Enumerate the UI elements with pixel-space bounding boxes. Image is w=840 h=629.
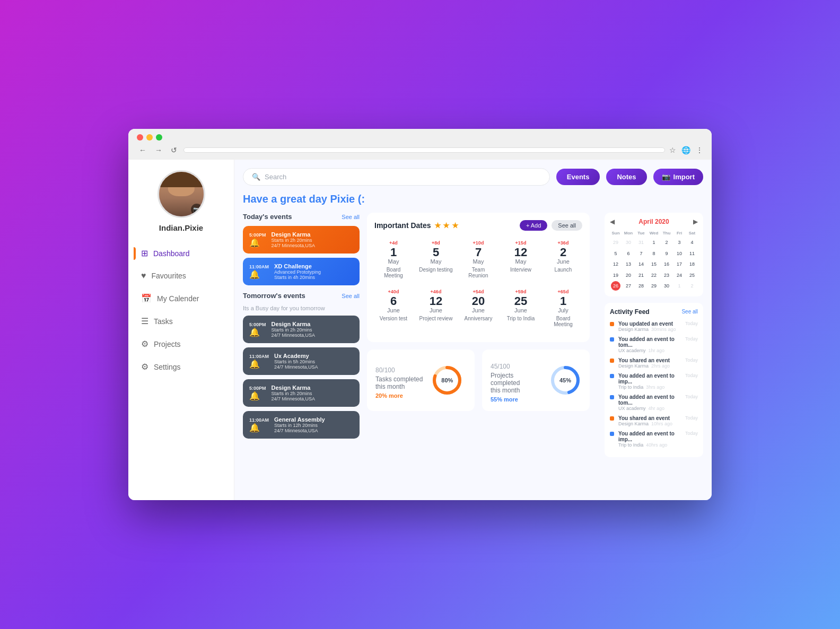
cal-day[interactable]: 19 [610,270,622,281]
sidebar-item-settings[interactable]: ⚙ Settings [134,356,229,377]
tasks-label: Tasks completedthis month [375,375,423,390]
notes-button[interactable]: Notes [606,169,646,185]
cal-day[interactable]: 30 [661,281,672,291]
date-item[interactable]: +10d 7 May Team Reunion [459,237,497,282]
cal-day[interactable]: 5 [610,249,622,259]
tomorrow-event-card[interactable]: 11:00AM 🔔 General Assembly Starts in 12h… [243,411,360,439]
events-button[interactable]: Events [556,169,600,185]
activity-time: Today [677,415,698,421]
cal-day[interactable]: 8 [648,249,660,259]
import-icon: 📷 [662,173,670,181]
sidebar-item-projects[interactable]: ⚙ Projects [134,334,229,354]
sidebar-item-tasks[interactable]: ☰ Tasks [134,311,229,331]
refresh-button[interactable]: ↺ [169,145,179,155]
cal-today[interactable]: 26 [611,281,620,291]
activity-content: You added an event to tom... UX academy … [618,336,681,353]
activity-action: You shared an event [618,357,670,363]
cal-day[interactable]: 15 [648,259,660,269]
sidebar-item-favourites[interactable]: ♥ Favourites [134,266,229,286]
cal-prev[interactable]: ◀ [610,218,615,225]
cal-day[interactable]: 7 [635,249,647,259]
sidebar-item-dashboard[interactable]: ⊞ Dashboard [134,243,229,264]
date-item[interactable]: +36d 2 June Launch [544,237,582,282]
todays-events-see-all[interactable]: See all [342,214,360,220]
dot-green[interactable] [156,134,162,141]
cal-day[interactable]: 1 [673,281,685,291]
cal-day[interactable]: 31 [635,238,647,248]
back-button[interactable]: ← [137,145,148,155]
event-time: 5:00PM [249,232,266,238]
nav-items: ⊞ Dashboard ♥ Favourites 📅 My Calender ☰… [128,243,234,379]
cal-day[interactable]: 27 [623,281,634,291]
bookmark-icon[interactable]: ☆ [669,146,676,154]
dot-red[interactable] [137,134,143,141]
cal-day[interactable]: 25 [686,270,698,281]
dates-see-all-button[interactable]: See all [552,220,582,231]
tasks-stat-card: 80/100 Tasks completedthis month 20% mor… [367,350,475,411]
cal-day-label: Sun [610,230,622,237]
cal-day[interactable]: 12 [610,259,622,269]
cal-day[interactable]: 2 [661,238,672,248]
date-label: Version test [377,316,410,321]
tasks-more: 20% more [375,392,423,399]
activity-dot [610,395,614,399]
cal-day[interactable]: 23 [661,270,672,281]
tomorrow-event-card[interactable]: 5:00PM 🔔 Design Karma Starts in 2h 20min… [243,379,360,407]
cal-day[interactable]: 14 [635,259,647,269]
cal-day[interactable]: 6 [623,249,634,259]
cal-day[interactable]: 3 [673,238,685,248]
search-placeholder: Search [265,173,286,181]
cal-day[interactable]: 24 [673,270,685,281]
sidebar-item-calendar[interactable]: 📅 My Calender [134,288,229,309]
cal-day[interactable]: 18 [686,259,698,269]
cal-day[interactable]: 28 [635,281,647,291]
avatar-camera-icon[interactable]: 📷 [191,204,203,215]
import-button[interactable]: 📷 Import [653,169,703,185]
tomorrow-event-card[interactable]: 5:00PM 🔔 Design Karma Starts in 2h 20min… [243,316,360,343]
tomorrow-event-card[interactable]: 11:00AM 🔔 Ux Academy Starts in 5h 20mins… [243,347,360,375]
event-info: Design Karma Starts in 2h 20mins 24/7 Mi… [272,321,316,338]
date-item[interactable]: +15d 12 May Interview [502,237,540,282]
forward-button[interactable]: → [153,145,164,155]
cal-day[interactable]: 29 [610,238,622,248]
cal-day[interactable]: 11 [686,249,698,259]
dot-yellow[interactable] [146,134,153,141]
date-item[interactable]: +65d 1 July Board Meeting [544,286,582,330]
date-item[interactable]: +54d 20 June Anniversary [459,286,497,330]
date-num: 1 [546,295,580,307]
address-bar[interactable] [183,147,665,153]
cal-day[interactable]: 9 [661,249,672,259]
add-date-button[interactable]: + Add [520,220,547,231]
projects-label: Projects completedthis month [491,372,541,394]
todays-events-list: 5:00PM 🔔 Design Karma Starts in 2h 20min… [243,226,360,285]
date-item[interactable]: +59d 25 June Trip to India [502,286,540,330]
cal-day[interactable]: 20 [623,270,634,281]
date-item[interactable]: +4d 1 May Board Meeting [374,237,413,282]
cal-day[interactable]: 16 [661,259,672,269]
activity-sub: Trip to India 3hrs ago [618,385,681,390]
cal-day[interactable]: 22 [648,270,660,281]
event-detail1: Starts in 5h 20mins [274,359,318,364]
cal-next[interactable]: ▶ [693,218,698,225]
cal-day[interactable]: 29 [648,281,660,291]
cal-day[interactable]: 2 [686,281,698,291]
globe-icon[interactable]: 🌐 [681,146,690,154]
event-detail2: 24/7 Minnesota,USA [274,364,318,370]
menu-icon[interactable]: ⋮ [696,146,703,154]
af-see-all[interactable]: See all [681,309,698,314]
date-item[interactable]: +40d 6 June Version test [374,286,413,330]
search-box[interactable]: 🔍 Search [243,168,550,186]
today-event-card[interactable]: 5:00PM 🔔 Design Karma Starts in 2h 20min… [243,226,360,254]
tomorrows-events-see-all[interactable]: See all [342,293,360,299]
date-item[interactable]: +8d 5 May Design testing [417,237,455,282]
cal-day[interactable]: 17 [673,259,685,269]
cal-day[interactable]: 13 [623,259,634,269]
cal-day[interactable]: 10 [673,249,685,259]
cal-day[interactable]: 4 [686,238,698,248]
cal-day[interactable]: 21 [635,270,647,281]
activity-sub: Design Karma 2hrs ago [618,363,670,369]
date-item[interactable]: +46d 12 June Project review [417,286,455,330]
today-event-card[interactable]: 11:00AM 🔔 XD Challenge Advanced Prototyp… [243,258,360,285]
cal-day[interactable]: 30 [623,238,634,248]
cal-day[interactable]: 1 [648,238,660,248]
